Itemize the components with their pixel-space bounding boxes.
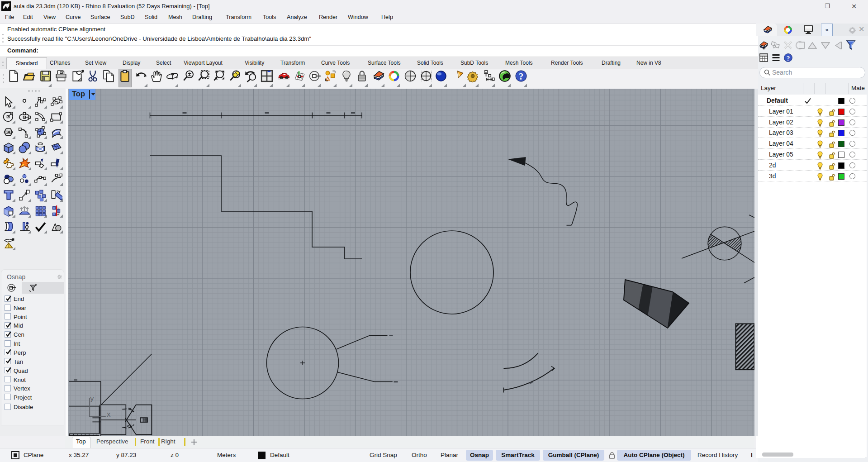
svg-text:?: ? [519,71,523,81]
svg-text:y: y [90,394,94,403]
svg-text:8: 8 [8,3,10,6]
svg-text:x: x [107,410,111,419]
svg-text:?: ? [787,54,790,62]
